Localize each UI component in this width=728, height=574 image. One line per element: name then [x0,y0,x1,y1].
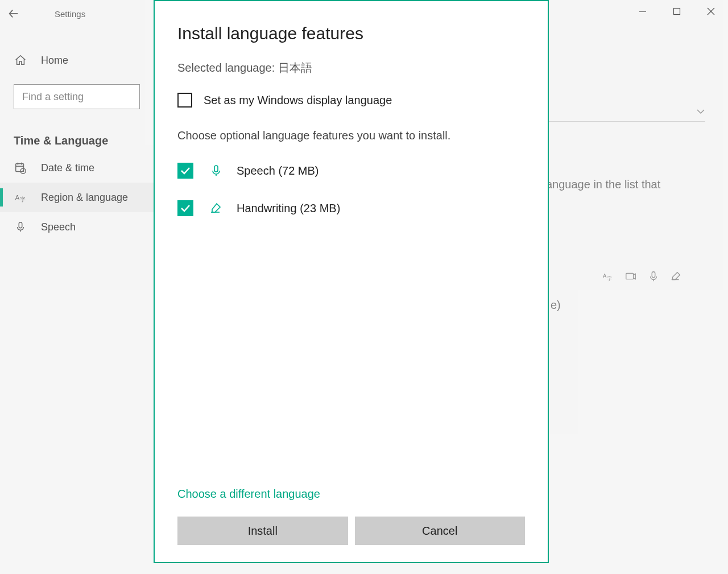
sidebar: Home Time & Language Date & time A字 Regi… [0,46,154,242]
sidebar-item-speech[interactable]: Speech [0,212,154,242]
selected-language-row: Selected language: 日本語 [177,60,525,76]
window-controls [626,0,728,23]
arrow-left-icon [7,7,20,20]
cancel-button[interactable]: Cancel [355,517,526,545]
back-button[interactable] [0,0,27,27]
svg-rect-2 [674,9,680,15]
checkmark-icon [180,167,191,175]
svg-rect-14 [19,222,22,228]
minimize-button[interactable] [626,0,660,23]
dialog-instruction: Choose optional language features you wa… [177,129,525,142]
search-input-container[interactable] [14,84,140,109]
dialog-button-row: Install Cancel [177,517,525,545]
home-icon [14,53,27,67]
window-title: Settings [55,9,85,19]
checkbox-checked[interactable] [177,163,193,179]
maximize-button[interactable] [660,0,694,23]
set-display-language-option[interactable]: Set as my Windows display language [177,93,525,108]
language-icon: A字 [14,191,27,204]
svg-line-11 [23,171,24,172]
svg-rect-5 [16,164,24,172]
sidebar-item-label: Speech [41,221,76,233]
svg-text:A: A [603,273,607,279]
feature-label: Speech (72 MB) [237,164,319,177]
svg-rect-21 [214,166,218,172]
microphone-icon [208,163,224,179]
sidebar-item-date-time[interactable]: Date & time [0,153,154,183]
minimize-icon [639,7,647,15]
sidebar-item-region-language[interactable]: A字 Region & language [0,183,154,212]
svg-rect-18 [626,274,634,279]
handwriting-icon [670,270,682,283]
dialog-footer: Choose a different language Install Canc… [177,488,525,545]
svg-text:字: 字 [20,196,26,203]
handwriting-icon [208,200,224,216]
background-text-fragment: anguage in the list that [546,175,660,193]
search-input[interactable] [22,91,131,103]
dialog-title: Install language features [177,24,525,43]
microphone-icon [647,270,660,283]
background-dropdown-fragment [546,97,705,122]
close-icon [707,7,715,15]
language-icon: A字 [602,270,614,283]
svg-text:A: A [15,194,20,201]
calendar-clock-icon [14,161,27,175]
close-button[interactable] [694,0,728,23]
feature-option-handwriting[interactable]: Handwriting (23 MB) [177,200,525,216]
checkbox-checked[interactable] [177,200,193,216]
install-button[interactable]: Install [177,517,348,545]
sidebar-item-home[interactable]: Home [0,46,154,75]
microphone-icon [14,220,27,234]
checkmark-icon [180,204,191,212]
text-to-speech-icon [624,270,637,283]
choose-different-language-link[interactable]: Choose a different language [177,488,320,501]
feature-option-speech[interactable]: Speech (72 MB) [177,163,525,179]
checkbox-unchecked[interactable] [177,93,192,108]
option-label: Set as my Windows display language [204,94,392,107]
install-language-features-dialog: Install language features Selected langu… [154,0,549,563]
sidebar-item-label: Date & time [41,162,94,174]
sidebar-section-header: Time & Language [0,123,154,153]
selected-language-label: Selected language: [177,61,278,74]
feature-label: Handwriting (23 MB) [237,202,340,215]
language-feature-icon-strip: A字 [602,270,682,283]
background-text-fragment: e) [551,296,561,314]
selected-language-value: 日本語 [278,61,312,74]
sidebar-item-label: Region & language [41,192,128,204]
maximize-icon [673,7,681,15]
chevron-down-icon [694,105,708,118]
svg-rect-19 [652,272,655,278]
sidebar-item-label: Home [41,55,68,67]
svg-text:字: 字 [607,276,612,282]
